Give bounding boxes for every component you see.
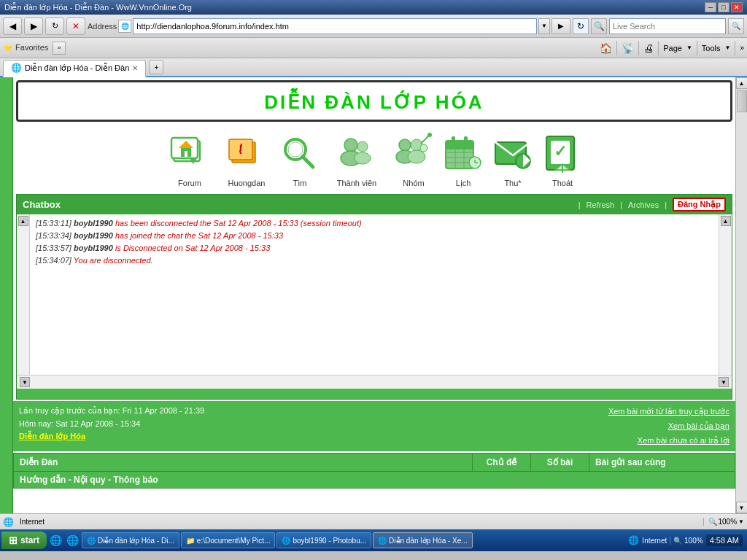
search-input[interactable]: [609, 18, 726, 34]
scroll-down-left-btn[interactable]: ▼: [20, 377, 30, 387]
svg-point-20: [408, 150, 425, 163]
rss-icon: 📡: [622, 42, 634, 54]
tab-icon: 🌐: [11, 63, 22, 73]
taskbar-item-3-icon: 🌐: [282, 537, 290, 545]
taskbar-item-1-icon: 🌐: [87, 537, 96, 545]
nav-icon-thu[interactable]: Thu*: [491, 132, 535, 188]
scroll-up-arrow[interactable]: ▲: [736, 77, 748, 89]
zoom-dropdown[interactable]: ▼: [738, 518, 744, 525]
favorites-btn[interactable]: ⭐ Favorites: [3, 43, 48, 52]
nav-icon-thanhvien[interactable]: Thành viên: [328, 132, 386, 188]
chatbox-footer: [17, 389, 732, 399]
chatbox-archives-link[interactable]: Archives: [628, 201, 659, 209]
scroll-up-btn[interactable]: ▲: [18, 216, 28, 226]
taskbar-item-2[interactable]: 📁 e:\Document\My Pict...: [181, 532, 276, 548]
new-tab-btn[interactable]: +: [149, 60, 163, 74]
forum-title: DIỄN ĐÀN LỚP HÓA: [18, 88, 730, 120]
chatbox-title: Chatbox: [23, 199, 61, 210]
close-btn[interactable]: ✕: [731, 2, 743, 12]
your-posts-link[interactable]: Xem bài của bạn: [608, 419, 729, 434]
forum-name-link[interactable]: Diễn đàn lớp Hóa: [19, 432, 85, 440]
taskbar-item-4-icon: 🌐: [378, 537, 387, 545]
nav-icon-thoat[interactable]: ✓ Thoát: [541, 132, 584, 188]
tab-label: Diễn đàn lớp Hóa - Diễn Đàn: [25, 63, 129, 73]
chatbox-scroll-up-right: ▲: [719, 214, 732, 375]
chat-message-1: [15:33:11] boybl1990 has been disconnect…: [36, 219, 713, 228]
col-bai-gui: Bài gửi sau cùng: [589, 454, 735, 472]
help-icon: ! /: [225, 132, 268, 176]
taskbar-item-3-label: boybl1990 - Photobu...: [293, 537, 366, 545]
chatbox-actions: | Refresh | Archives | Đăng Nhập: [578, 198, 726, 211]
scroll-down-right-btn[interactable]: ▼: [719, 377, 729, 387]
scroll-thumb[interactable]: [737, 90, 747, 112]
toolbar-extra[interactable]: »: [740, 44, 744, 52]
nav-icon-forum[interactable]: Forum: [164, 132, 215, 188]
nav-icon-lich[interactable]: Lịch: [441, 132, 485, 188]
stop-btn[interactable]: ✕: [66, 18, 85, 35]
nav-icon-huongdan[interactable]: ! / Huongdan: [221, 132, 272, 188]
taskbar-item-1[interactable]: 🌐 Diễn đàn lớp Hóa - Di...: [82, 532, 179, 548]
chat-message-4: [15:34:07] You are disconnected.: [36, 256, 713, 265]
chatbox-body: ▲ [15:33:11] boybl1990 has been disconne…: [17, 214, 732, 375]
zoom-status: 🔍 100%: [670, 537, 703, 545]
print-icon: 🖨: [643, 42, 654, 54]
svg-text:/: /: [239, 142, 243, 155]
msg1-user: boybl1990: [74, 219, 113, 228]
today-text: Hôm nay: Sat 12 Apr 2008 - 15:34: [19, 418, 204, 431]
nav-label-thanhvien: Thành viên: [337, 179, 376, 187]
tab-close-icon[interactable]: ✕: [132, 64, 138, 72]
scroll-up-right-btn[interactable]: ▲: [721, 216, 731, 226]
tab-active[interactable]: 🌐 Diễn đàn lớp Hóa - Diễn Đàn ✕: [3, 60, 146, 77]
chatbox-messages: [15:33:11] boybl1990 has been disconnect…: [30, 214, 719, 375]
msg2-time: [15:33:34]: [36, 231, 74, 240]
go-btn[interactable]: ▶: [551, 18, 570, 34]
msg4-time: [15:34:07]: [36, 256, 74, 265]
taskbar: ⊞ start 🌐 🌐 🌐 Diễn đàn lớp Hóa - Di... 📁…: [0, 529, 747, 551]
forum-table-header: Diễn Đàn Chủ đề Số bài Bài gửi sau cùng: [14, 454, 735, 472]
svg-rect-27: [446, 147, 473, 149]
taskbar-item-4[interactable]: 🌐 Diễn đàn lớp Hóa - Xe...: [373, 532, 473, 548]
toolbar-menu-btn[interactable]: »: [53, 42, 66, 55]
svg-point-16: [355, 152, 371, 164]
forum-name-text: Diễn đàn lớp Hóa: [19, 430, 204, 443]
minimize-btn[interactable]: ─: [705, 2, 716, 12]
address-label: Address: [88, 22, 117, 31]
nav-icons-bar: Forum ! / Huongdan Tìm: [13, 125, 735, 188]
chatbox-scroll-up-left: ▲: [17, 214, 30, 375]
forward-btn[interactable]: ▶: [24, 18, 43, 35]
tools-dropdown[interactable]: ▼: [725, 44, 731, 51]
search-btn[interactable]: 🔍: [728, 18, 744, 34]
refresh-btn[interactable]: ↻: [45, 18, 64, 35]
chatbox-separator: |: [578, 201, 581, 209]
scroll-down-arrow[interactable]: ▼: [736, 502, 748, 513]
start-button[interactable]: ⊞ start: [1, 532, 47, 549]
taskbar-item-4-label: Diễn đàn lớp Hóa - Xe...: [389, 537, 468, 545]
nav-icon-nhom[interactable]: Nhóm: [392, 132, 436, 188]
svg-point-24: [427, 133, 432, 137]
address-dropdown[interactable]: ▼: [538, 18, 550, 34]
address-container: Address 🌐 ▼ ▶: [88, 18, 570, 34]
ie-icon-taskbar: 🌐: [48, 534, 63, 546]
taskbar-item-2-icon: 📁: [186, 537, 195, 545]
back-btn[interactable]: ◀: [3, 18, 22, 35]
new-posts-link[interactable]: Xem bài mới từ lần truy cập trước: [608, 405, 729, 419]
chatbox-bottom-scroll: ▼ ▼: [17, 375, 732, 389]
forum-content: DIỄN ĐÀN LỚP HÓA Forum: [13, 77, 735, 513]
chatbox-refresh-link[interactable]: Refresh: [587, 201, 615, 209]
taskbar-item-3[interactable]: 🌐 boybl1990 - Photobu...: [276, 532, 371, 548]
page-dropdown[interactable]: ▼: [686, 44, 692, 51]
unanswered-link[interactable]: Xem bài chưa có ai trả lời: [608, 434, 729, 448]
start-icon: ⊞: [9, 534, 18, 546]
chatbox-login-link[interactable]: Đăng Nhập: [673, 198, 726, 211]
col-so-bai: Số bài: [531, 454, 589, 472]
forum-icon: [168, 132, 212, 176]
section-header-cell: Hướng dẫn - Nội quy - Thông báo: [14, 472, 735, 489]
forum-table: Diễn Đàn Chủ đề Số bài Bài gửi sau cùng …: [13, 453, 735, 489]
live-search-icon: 🔍: [591, 18, 607, 34]
maximize-btn[interactable]: □: [718, 2, 729, 12]
address-input[interactable]: [133, 18, 537, 34]
right-scrollbar: ▲ ▼: [735, 77, 747, 513]
svg-point-11: [288, 142, 303, 157]
zoom-icon: 🔍: [708, 518, 717, 526]
nav-icon-tim[interactable]: Tìm: [278, 132, 322, 188]
